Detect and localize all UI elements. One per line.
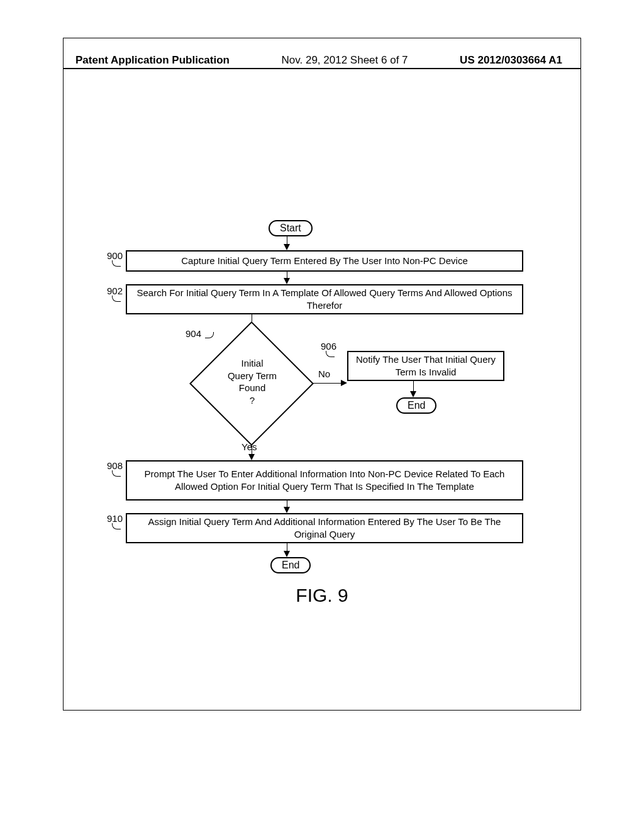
step-906: Notify The User That Initial Query Term …	[347, 351, 504, 381]
end-terminator-2: End	[270, 557, 311, 573]
decision-text: Initial Query Term Found ?	[211, 357, 293, 406]
step-900: Capture Initial Query Term Entered By Th…	[126, 250, 523, 272]
arrowhead-down-icon	[284, 244, 290, 250]
arrowhead-right-icon	[341, 380, 347, 386]
arrowhead-down-icon	[284, 507, 290, 513]
ref-908: 908	[107, 460, 123, 471]
ref-910: 910	[107, 513, 123, 524]
figure-label: FIG. 9	[63, 585, 581, 606]
header-divider	[63, 68, 581, 69]
step-text: Search For Initial Query Term In A Templ…	[132, 287, 517, 313]
step-text: Notify The User That Initial Query Term …	[353, 353, 498, 379]
header-right: US 2012/0303664 A1	[460, 54, 562, 67]
step-902: Search For Initial Query Term In A Templ…	[126, 284, 523, 314]
page-header: Patent Application Publication Nov. 29, …	[0, 54, 644, 67]
edge-yes: Yes	[242, 441, 257, 452]
ref-904: 904	[186, 328, 201, 339]
start-terminator: Start	[269, 220, 313, 236]
header-left: Patent Application Publication	[75, 54, 230, 67]
step-text: Assign Initial Query Term And Additional…	[132, 516, 517, 541]
arrowhead-down-icon	[248, 454, 255, 460]
header-center: Nov. 29, 2012 Sheet 6 of 7	[282, 54, 408, 67]
ref-900: 900	[107, 250, 123, 261]
arrowhead-down-icon	[284, 278, 290, 284]
arrowhead-down-icon	[410, 391, 416, 397]
end-terminator-1: End	[396, 397, 436, 414]
step-908: Prompt The User To Enter Additional Info…	[126, 460, 523, 501]
arrowhead-down-icon	[284, 551, 290, 557]
arrow	[313, 383, 342, 384]
ref-902: 902	[107, 285, 123, 296]
step-910: Assign Initial Query Term And Additional…	[126, 513, 523, 543]
edge-no: No	[318, 368, 330, 379]
step-text: Prompt The User To Enter Additional Info…	[132, 468, 517, 494]
ref-906: 906	[321, 341, 336, 351]
step-text: Capture Initial Query Term Entered By Th…	[181, 255, 467, 267]
